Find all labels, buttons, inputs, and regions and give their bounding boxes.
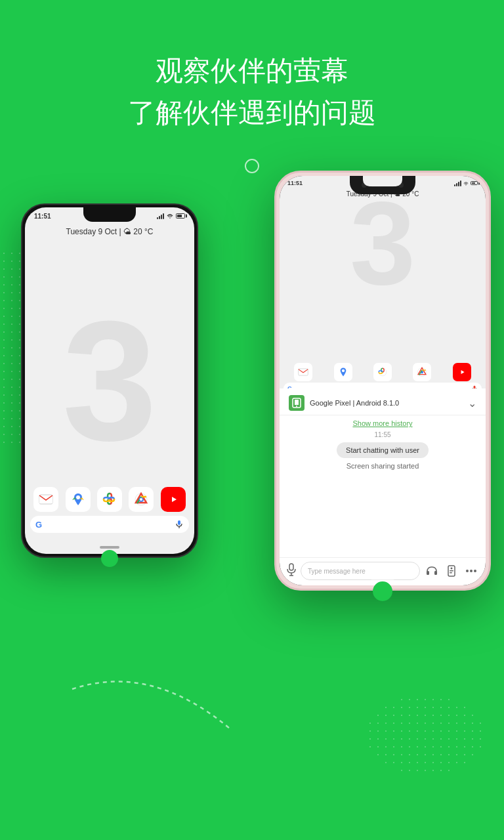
inner-icon-youtube xyxy=(453,363,471,381)
app-icons-left xyxy=(30,487,189,512)
svg-point-27 xyxy=(451,568,453,570)
chat-bubble-start: Start chatting with user xyxy=(337,442,429,458)
power-btn[interactable] xyxy=(274,264,276,297)
app-icon-chrome[interactable] xyxy=(129,487,154,512)
home-button-right[interactable] xyxy=(373,581,392,601)
chat-header: Google Pixel | Android 8.1.0 ⌄ xyxy=(280,388,486,415)
time-left: 11:51 xyxy=(34,213,51,220)
svg-rect-24 xyxy=(427,571,429,575)
input-placeholder: Type message here xyxy=(308,568,366,575)
vol-btn-2[interactable] xyxy=(490,278,491,296)
title-line1: 观察伙伴的萤幕 xyxy=(0,52,504,89)
chat-timestamp: 11:55 xyxy=(374,431,390,438)
inner-icon-maps xyxy=(334,363,352,381)
vol-btn-1[interactable] xyxy=(490,251,491,270)
svg-rect-25 xyxy=(434,571,437,575)
page-title: 观察伙伴的萤幕 了解伙伴遇到的问题 xyxy=(0,52,504,131)
svg-point-32 xyxy=(474,570,476,572)
show-history-link[interactable]: Show more history xyxy=(352,419,412,427)
device-info: Google Pixel | Android 8.1.0 xyxy=(310,399,399,407)
svg-rect-28 xyxy=(450,570,453,572)
google-g-left: G xyxy=(35,520,42,530)
background: 观察伙伴的萤幕 了解伙伴遇到的问题 11:51 xyxy=(0,0,504,840)
svg-point-2 xyxy=(76,495,80,499)
svg-point-20 xyxy=(296,406,297,407)
app-icon-maps[interactable] xyxy=(66,487,91,512)
home-indicator-right xyxy=(371,578,394,580)
phone-left: 11:51 xyxy=(21,203,198,558)
inner-app-icons xyxy=(284,363,482,381)
curved-dashed-line xyxy=(66,676,236,755)
google-mic-icon-left xyxy=(175,520,184,529)
svg-rect-29 xyxy=(450,572,452,574)
mirrored-screen: 11:51 xyxy=(280,176,486,401)
message-input[interactable]: Type message here xyxy=(301,562,420,580)
svg-point-31 xyxy=(470,570,472,572)
inner-time: 11:51 xyxy=(287,180,303,186)
dots-decoration-bottom xyxy=(366,696,484,774)
screen-sharing-msg: Screen sharing started xyxy=(346,462,419,470)
chat-body: Show more history 11:55 Start chatting w… xyxy=(280,415,486,557)
status-icons-left xyxy=(157,213,185,219)
svg-point-6 xyxy=(140,498,142,501)
phone-right: 11:51 xyxy=(274,171,491,591)
circle-decoration xyxy=(245,159,259,173)
notch-left xyxy=(83,207,136,222)
device-icon xyxy=(289,395,304,411)
app-icon-gmail[interactable] xyxy=(33,487,58,512)
remote-control-icon[interactable] xyxy=(444,563,459,579)
chat-header-left: Google Pixel | Android 8.1.0 xyxy=(289,395,399,411)
app-icon-youtube[interactable] xyxy=(161,487,186,512)
more-options-icon[interactable] xyxy=(463,563,479,579)
home-indicator-left xyxy=(100,546,119,549)
svg-point-12 xyxy=(341,369,344,372)
inner-icon-chrome xyxy=(413,363,431,381)
svg-point-30 xyxy=(466,570,469,572)
inner-icon-photos xyxy=(373,363,392,381)
svg-rect-21 xyxy=(289,564,293,570)
vol-btn-3[interactable] xyxy=(490,304,491,322)
home-button-left[interactable] xyxy=(101,550,118,567)
big-number-left: 3 xyxy=(62,295,158,466)
inner-notch xyxy=(363,176,402,186)
inner-icon-gmail xyxy=(294,363,312,381)
app-icon-photos[interactable] xyxy=(97,487,122,512)
mic-button[interactable] xyxy=(286,563,297,579)
chat-panel: Google Pixel | Android 8.1.0 ⌄ Show more… xyxy=(280,388,486,585)
chevron-down-icon[interactable]: ⌄ xyxy=(468,397,476,410)
google-search-bar-left[interactable]: G xyxy=(30,516,189,533)
inner-big-number: 3 xyxy=(350,184,415,303)
headset-icon[interactable] xyxy=(424,563,440,579)
svg-point-10 xyxy=(465,184,466,185)
datetime-left: Tuesday 9 Oct | 🌤 20 °C xyxy=(25,227,194,236)
svg-point-0 xyxy=(169,217,171,219)
svg-rect-8 xyxy=(178,520,180,525)
svg-rect-11 xyxy=(299,369,308,375)
title-line2: 了解伙伴遇到的问题 xyxy=(0,94,504,131)
svg-rect-19 xyxy=(295,400,299,405)
